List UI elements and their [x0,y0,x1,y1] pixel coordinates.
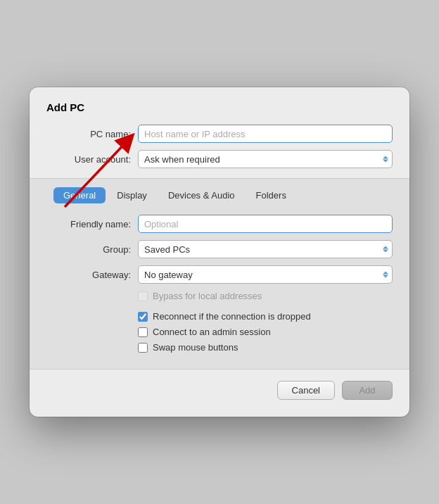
bypass-checkbox[interactable] [138,291,148,301]
reconnect-checkbox[interactable] [138,312,148,322]
friendly-name-wrapper [138,215,393,233]
tab-content-general: Friendly name: Group: Saved PCs [46,215,393,353]
gateway-select[interactable]: No gateway [138,265,393,284]
bypass-row: Bypass for local addresses [46,291,393,301]
tab-folders[interactable]: Folders [246,187,296,203]
add-button[interactable]: Add [342,381,393,400]
admin-session-row: Connect to an admin session [46,327,393,337]
group-label: Group: [46,244,131,255]
friendly-name-label: Friendly name: [46,219,131,229]
pc-name-label: PC name: [46,129,131,139]
user-account-row: User account: Ask when required [46,150,393,168]
cancel-button[interactable]: Cancel [277,381,335,400]
tab-display[interactable]: Display [107,187,157,203]
swap-mouse-row: Swap mouse buttons [46,342,393,353]
user-account-select[interactable]: Ask when required [138,150,393,168]
friendly-name-input[interactable] [138,215,393,233]
group-row: Group: Saved PCs [46,240,393,258]
checkboxes-section: Reconnect if the connection is dropped C… [46,311,393,353]
reconnect-label: Reconnect if the connection is dropped [153,311,311,322]
swap-mouse-label: Swap mouse buttons [153,342,238,353]
tabs-row: General Display Devices & Audio Folders [46,187,393,203]
add-pc-dialog: Add PC PC name: User account: Ask when r… [30,87,409,417]
friendly-name-row: Friendly name: [46,215,393,233]
swap-mouse-checkbox[interactable] [138,343,148,353]
pc-name-input[interactable] [138,125,393,143]
dialog-footer: Cancel Add [30,370,409,403]
pc-name-wrapper [138,125,393,143]
reconnect-row: Reconnect if the connection is dropped [46,311,393,322]
dialog-title: Add PC [30,101,409,125]
tab-devices-audio[interactable]: Devices & Audio [158,187,245,203]
gateway-wrapper: No gateway [138,265,393,284]
bypass-label: Bypass for local addresses [153,291,262,301]
tab-general[interactable]: General [53,187,106,203]
admin-session-checkbox[interactable] [138,327,148,337]
gateway-row: Gateway: No gateway [46,265,393,284]
gateway-label: Gateway: [46,270,131,280]
group-select[interactable]: Saved PCs [138,240,393,258]
user-account-label: User account: [46,154,131,165]
tab-section: General Display Devices & Audio Folders … [30,178,409,370]
pc-name-row: PC name: [46,125,393,143]
user-account-wrapper: Ask when required [138,150,393,168]
group-wrapper: Saved PCs [138,240,393,258]
top-form: PC name: User account: Ask when required [30,125,409,168]
admin-session-label: Connect to an admin session [153,327,271,337]
